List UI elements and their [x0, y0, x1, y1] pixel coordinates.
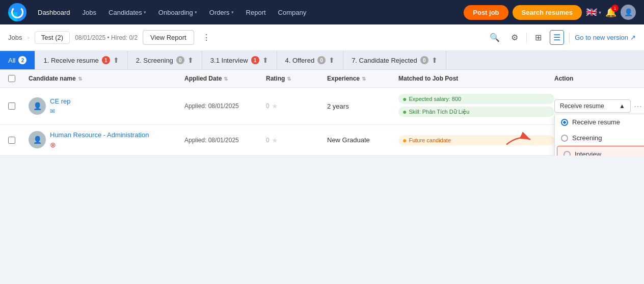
row1-chevron-icon: ▲	[619, 102, 625, 110]
col-header-applied-date[interactable]: Applied Date ⇅	[184, 75, 266, 82]
col-header-rating[interactable]: Rating ⇅	[266, 75, 327, 82]
stage-tab-screening[interactable]: 2. Screening 0 ⬆	[128, 51, 202, 69]
select-all-cell[interactable]	[8, 75, 29, 82]
row2-select[interactable]	[8, 137, 29, 144]
col-header-experience[interactable]: Experience ⇅	[327, 75, 398, 82]
stage-tab-all[interactable]: All 2	[0, 51, 35, 69]
stage-badge-interview: 1	[251, 56, 259, 64]
row1-tag-salary-text: Expected salary: 800	[409, 96, 461, 102]
col-header-action: Action	[554, 75, 636, 82]
jobs-breadcrumb[interactable]: Jobs	[8, 34, 22, 41]
table-header: Candidate name ⇅ Applied Date ⇅ Rating ⇅…	[0, 70, 644, 88]
nav-company[interactable]: Company	[273, 0, 312, 24]
more-options-button[interactable]: ⋮	[199, 31, 213, 44]
sort-rating-icon: ⇅	[287, 76, 291, 82]
row2-name[interactable]: Human Resource - Administration	[50, 131, 149, 139]
app-logo[interactable]	[8, 3, 26, 21]
row1-experience: 2 years	[327, 102, 398, 110]
nav-onboarding[interactable]: Onboarding▾	[153, 0, 202, 24]
sort-date-icon: ⇅	[224, 76, 228, 82]
row2-info: Human Resource - Administration ⊗	[50, 131, 149, 149]
stage-tab-rejected-label: 7. Candidate Rejected	[352, 57, 417, 64]
nav-jobs[interactable]: Jobs	[77, 0, 101, 24]
stage-tab-interview[interactable]: 3.1 Interview 1 ⬆	[202, 51, 277, 69]
select-all-checkbox[interactable]	[8, 75, 15, 82]
nav-orders[interactable]: Orders▾	[204, 0, 239, 24]
stage-tab-interview-label: 3.1 Interview	[210, 57, 248, 64]
divider	[526, 33, 527, 43]
col-matched-label: Matched to Job Post	[398, 75, 458, 82]
sort-name-icon: ⇅	[78, 76, 82, 82]
dropdown-label-interview: Interview	[575, 150, 601, 156]
upload-icon-offered[interactable]: ⬆	[329, 56, 335, 64]
dropdown-option-screening[interactable]: Screening	[555, 130, 644, 146]
stage-tab-receive-resume-label: 1. Receive resume	[43, 57, 98, 64]
table-row: 👤 Human Resource - Administration ⊗ Appl…	[0, 125, 644, 156]
row1-select[interactable]	[8, 102, 29, 110]
dropdown-option-receive-resume[interactable]: Receive resume	[555, 114, 644, 130]
nav-dashboard[interactable]: Dashboard	[33, 0, 75, 24]
subbar-right: 🔍 ⚙ ⊞ ☰ Go to new version ↗	[487, 30, 636, 45]
notification-badge: 1	[611, 5, 619, 12]
row2-candidate-cell: 👤 Human Resource - Administration ⊗	[29, 131, 184, 149]
divider2	[569, 33, 570, 43]
upload-icon-interview[interactable]: ⬆	[262, 56, 269, 64]
radio-receive-resume	[561, 119, 568, 126]
row2-dot: ●	[403, 136, 407, 144]
filter-icon-button[interactable]: ⚙	[508, 31, 521, 44]
stage-badge-offered: 0	[317, 56, 326, 64]
table-row: 👤 CE rep ✉ Applied: 08/01/2025 0 ★ 2 yea…	[0, 88, 644, 125]
stage-tab-offered-label: 4. Offered	[285, 57, 315, 64]
stage-tab-offered[interactable]: 4. Offered 0 ⬆	[277, 51, 344, 69]
col-applied-label: Applied Date	[184, 75, 222, 82]
row1-status-button[interactable]: Receive resume ▲	[554, 99, 631, 113]
nav-candidates[interactable]: Candidates▾	[103, 0, 151, 24]
candidates-table: Candidate name ⇅ Applied Date ⇅ Rating ⇅…	[0, 70, 644, 156]
upload-icon-screening[interactable]: ⬆	[187, 56, 194, 64]
stage-tab-receive-resume[interactable]: 1. Receive resume 1 ⬆	[35, 51, 127, 69]
row2-tag-future: ● Future candidate	[398, 135, 554, 145]
navbar-right: Post job Search resumes 🇬🇧 ▾ 🔔 1 👤	[464, 5, 636, 20]
row2-rating[interactable]: 0 ★	[266, 136, 327, 144]
row1-applied-date: Applied: 08/01/2025	[184, 102, 266, 110]
view-report-button[interactable]: View Report	[143, 30, 194, 45]
upload-icon-receive[interactable]: ⬆	[113, 56, 119, 64]
row2-rating-value: 0	[266, 137, 270, 144]
row1-rating[interactable]: 0 ★	[266, 102, 327, 110]
search-icon-button[interactable]: 🔍	[487, 31, 503, 44]
user-avatar[interactable]: 👤	[621, 5, 636, 20]
stage-tab-all-label: All	[8, 57, 15, 64]
search-resumes-button[interactable]: Search resumes	[513, 5, 582, 20]
col-name-label: Candidate name	[29, 75, 76, 82]
row1-tags: ● Expected salary: 800 ● Skill: Phân Tíc…	[398, 94, 554, 118]
stage-tab-screening-label: 2. Screening	[136, 57, 173, 64]
radio-interview	[564, 151, 571, 156]
job-tab[interactable]: Test (2)	[35, 31, 70, 44]
nav-report[interactable]: Report	[241, 0, 271, 24]
row1-more-actions[interactable]: ⋯	[634, 101, 642, 111]
row2-checkbox[interactable]	[8, 137, 15, 144]
dropdown-option-interview[interactable]: Interview	[557, 146, 644, 156]
row1-dot1: ●	[403, 95, 407, 103]
go-new-version-button[interactable]: Go to new version ↗	[575, 34, 636, 41]
dropdown-label-receive-resume: Receive resume	[572, 118, 620, 126]
notifications-button[interactable]: 🔔 1	[605, 7, 616, 18]
row2-avatar: 👤	[29, 131, 46, 148]
external-link-icon: ↗	[630, 34, 636, 41]
upload-icon-rejected[interactable]: ⬆	[432, 56, 438, 64]
language-selector[interactable]: 🇬🇧 ▾	[586, 7, 601, 18]
grid-view-button[interactable]: ⊞	[532, 31, 545, 44]
row1-avatar: 👤	[29, 97, 46, 115]
stage-badge-receive-resume: 1	[102, 56, 110, 64]
navbar: Dashboard Jobs Candidates▾ Onboarding▾ O…	[0, 0, 644, 24]
stage-tab-rejected[interactable]: 7. Candidate Rejected 0 ⬆	[343, 51, 446, 69]
col-header-matched: Matched to Job Post	[398, 75, 554, 82]
row1-email-icon: ✉	[50, 108, 55, 115]
row1-name[interactable]: CE rep	[50, 97, 70, 105]
row2-alert-icon: ⊗	[50, 141, 56, 149]
col-header-name[interactable]: Candidate name ⇅	[29, 75, 184, 82]
job-date-info: 08/01/2025 • Hired: 0/2	[75, 34, 138, 41]
list-view-button[interactable]: ☰	[550, 30, 564, 45]
row1-checkbox[interactable]	[8, 102, 15, 110]
post-job-button[interactable]: Post job	[464, 5, 508, 20]
